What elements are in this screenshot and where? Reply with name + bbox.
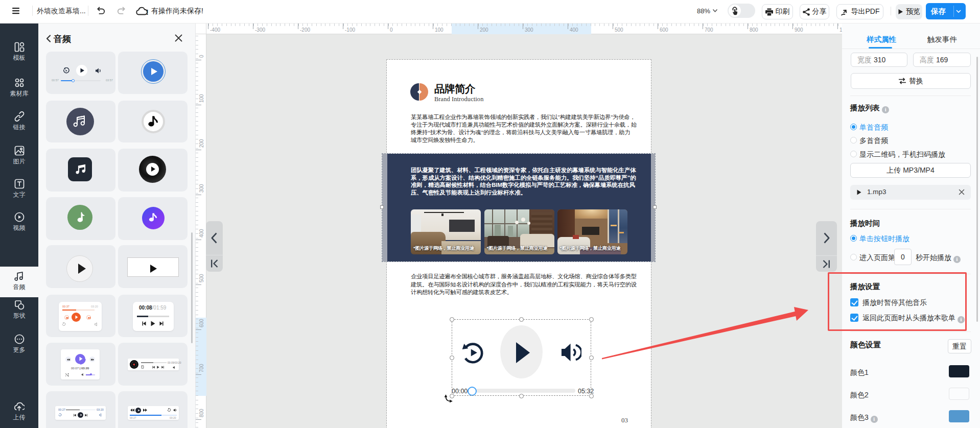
svg-text:!: ! — [146, 8, 149, 16]
